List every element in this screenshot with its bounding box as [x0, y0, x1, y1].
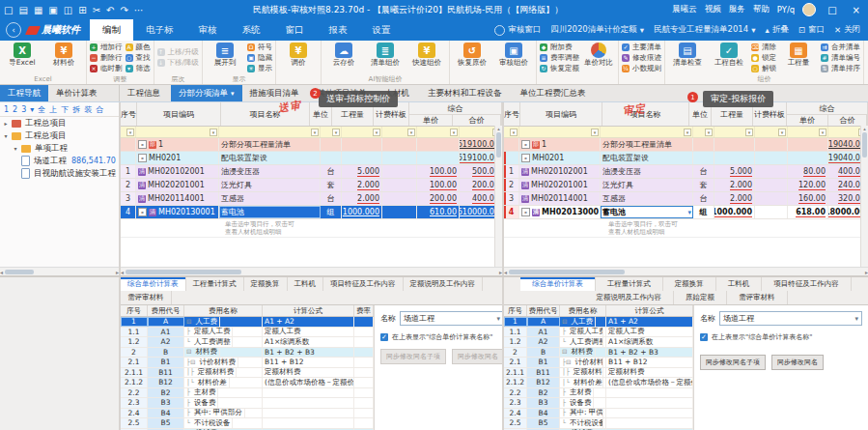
move-down-button[interactable]: ↓下移/降级 — [157, 57, 200, 68]
row-name[interactable]: 泛光灯具 — [601, 179, 693, 191]
grid-right-hscrollbar[interactable]: ◂▸ — [504, 267, 868, 275]
detail-tab[interactable]: 项目特征及工作内容 — [762, 277, 852, 291]
clear-button[interactable]: ⌫清除 — [751, 42, 776, 52]
col-unit[interactable]: 单位 — [689, 102, 712, 126]
move-up-button[interactable]: ↑上移/升级 — [157, 46, 200, 57]
grid-left-hscrollbar[interactable]: ◂▸ — [121, 267, 502, 275]
expand-icon[interactable]: - — [138, 140, 147, 149]
expander-icon[interactable]: ▾ — [2, 132, 10, 139]
col-seq[interactable]: 序号 — [121, 102, 137, 126]
list-number-button[interactable]: #清单编号 — [821, 52, 860, 63]
list-check-button[interactable]: ▤清单检查 — [668, 42, 707, 67]
tree-item[interactable]: ▾ 工程总项目 — [0, 129, 119, 142]
surcharge-button[interactable]: ◆附加费 — [540, 42, 579, 52]
row-name[interactable]: 泛光灯具 — [219, 179, 321, 191]
fee-row[interactable]: 2 B ⊟材料费 B1 + B2 + B3 — [121, 348, 374, 358]
table-row[interactable]: -部1 分部分项工程量清单 619100.00 — [121, 138, 502, 152]
row-name[interactable]: 油浸变压器 — [601, 165, 693, 178]
main-tab[interactable]: 主要材料和工程设备 — [420, 85, 513, 101]
main-list-button[interactable]: ✓主要清单 — [622, 42, 661, 52]
quick-icon[interactable]: ▣ — [48, 5, 57, 15]
collapse-ribbon-button[interactable]: ▴折叠 — [765, 24, 788, 36]
fee-row[interactable]: 2.2 B2 ├主材费 — [121, 388, 374, 399]
fee-row[interactable]: 2.1 B1 ├⊟计价材料费 B11 + B12 — [504, 358, 693, 368]
adjust-price-button[interactable]: ¥调价 — [279, 42, 318, 67]
table-row[interactable]: 4 -清MH020130001 蓄电池 组 1000.000 618.00 61… — [504, 206, 868, 219]
quick-icon[interactable]: ▤ — [18, 5, 27, 15]
col-composite[interactable]: 综合 单价合价 — [787, 102, 868, 126]
tree-item[interactable]: 场道工程 886,541.70 — [0, 155, 119, 167]
menu-tab[interactable]: 系统 — [230, 19, 273, 41]
audit-pricing-button[interactable]: ▣审核组价 — [494, 42, 533, 67]
fee-row[interactable]: 2.5 B5 └不计税设备 — [504, 418, 693, 429]
table-row[interactable]: 4 -清MH020130001 蓄电池 组 1000.000 610.00 61… — [121, 206, 502, 219]
left-pane-tab[interactable]: 单价计算表 — [48, 85, 105, 101]
quick-icon[interactable]: □ — [4, 5, 13, 15]
back-button[interactable]: ‹ — [6, 22, 21, 38]
fee-row[interactable]: 2.5 B5 └不计税设备 — [121, 418, 374, 429]
name-select[interactable]: 场道工程▾ — [719, 311, 862, 326]
avatar[interactable] — [802, 3, 816, 16]
col-qty[interactable]: 工程量 — [712, 102, 753, 126]
show-name-checkbox[interactable]: ✓ — [700, 333, 708, 341]
table-row[interactable]: -MH0201 配电装置架设 619040.02 — [504, 152, 868, 165]
detail-tab[interactable]: 综合单价计算表 — [520, 277, 596, 291]
row-name[interactable]: 分部分项工程量清单 — [601, 138, 693, 151]
detail-tab[interactable]: 需评审材料 — [727, 291, 788, 304]
add-row-button[interactable]: +增加行 — [90, 42, 123, 52]
modify-trace-button[interactable]: ✎修改痕迹 — [622, 52, 661, 63]
tree-tool-button[interactable]: 拆 — [72, 104, 80, 115]
service-link[interactable]: 服务 — [729, 4, 745, 15]
filter-row[interactable] — [121, 127, 502, 138]
tree-tool-button[interactable]: 装 — [84, 104, 92, 115]
tree-item[interactable]: ▾ 单项工程 — [0, 142, 119, 155]
table-row[interactable]: -MH0201 配电装置架设 619100.00 — [121, 152, 502, 165]
table-row[interactable]: 2 清MH020201001 泛光灯具 套 2.000 120.00 240.0… — [504, 179, 868, 192]
table-row[interactable]: 1 清MH020102001 油浸变压器 台 5.000 80.00 400.0… — [504, 165, 868, 179]
quantity-button[interactable]: ▦工程量 — [779, 42, 818, 67]
grid-left-vscrollbar[interactable]: ▴ — [494, 126, 502, 267]
main-tab[interactable]: 单位工程费汇总表 — [513, 85, 597, 101]
fee-row[interactable]: 2.4 B4 ├其中: 甲供部分 — [504, 409, 693, 419]
expand-icon[interactable]: - — [521, 140, 530, 149]
main-tab[interactable]: 措施项目清单 — [242, 85, 310, 101]
row-name[interactable]: 油浸变压器 — [219, 165, 321, 178]
col-name[interactable]: 项目名称 — [602, 102, 689, 126]
delete-row-button[interactable]: −删除行 — [90, 52, 123, 63]
lock-button[interactable]: ●锁定 — [751, 52, 776, 63]
fee-row[interactable]: 2.1.1 B11 │├定额材料费 定额材料费 — [121, 368, 374, 379]
fee-row[interactable]: 2.4 B4 ├其中: 甲供部分 — [121, 409, 374, 419]
symbol-button[interactable]: Ω符号 — [247, 42, 272, 52]
tree-tool-button[interactable]: 3 — [21, 105, 26, 114]
fee-row[interactable]: 1.2 A2 └人工费调整 A1×综调系数 — [504, 337, 693, 348]
material-price-button[interactable]: ¥材料价 — [44, 42, 83, 67]
quick-icon[interactable]: ▦ — [34, 5, 42, 15]
list-pricing-button[interactable]: ≣清单组价 — [366, 42, 405, 67]
main-tab[interactable]: 其他项目清单 — [310, 85, 378, 101]
color-button[interactable]: A颜色 — [126, 42, 151, 52]
fee-row[interactable]: 1.1 A1 ├定额人工费 定额人工费 — [121, 328, 374, 338]
fee-row[interactable]: 2.3 B3 ├设备费 — [121, 398, 374, 409]
filter-row[interactable] — [504, 127, 868, 138]
col-composite[interactable]: 综合 单价合价 — [409, 102, 502, 126]
user-name[interactable]: PY/q — [777, 5, 795, 14]
detail-tab[interactable]: 工料机 — [716, 277, 763, 291]
fee-row[interactable]: 1 A ⊟人工费 A1 + A2 — [121, 317, 374, 328]
tree-tool-button[interactable]: ▾ — [30, 105, 34, 114]
tree-tool-button[interactable]: 合 — [96, 104, 103, 115]
row-name[interactable]: 配电装置架设 — [601, 152, 693, 164]
row-name[interactable]: 配电装置架设 — [219, 152, 321, 164]
detail-tab[interactable]: 项目特征及工作内容 — [323, 277, 404, 291]
hide-button[interactable]: ▣隐藏 — [247, 52, 272, 63]
col-name[interactable]: 项目名称 — [221, 102, 310, 126]
detail-tab[interactable]: 工料机 — [288, 277, 324, 291]
quick-icon[interactable]: ↷ — [120, 5, 127, 15]
sync-same-button[interactable]: 同步修改同名 — [771, 355, 824, 370]
detail-tab[interactable]: 工程量计算式 — [596, 277, 663, 291]
audit-window-selector[interactable]: 审核窗口 — [494, 24, 541, 36]
grid-right-vscrollbar[interactable]: ▴ — [860, 126, 868, 267]
expand-icon[interactable]: - — [138, 154, 147, 162]
detail-tab[interactable]: 需评审材料 — [121, 291, 172, 304]
list-standard-select[interactable]: 民航专业工程量清单2014▾ — [654, 24, 755, 36]
project-check-button[interactable]: ✓工程自检 — [710, 42, 748, 67]
